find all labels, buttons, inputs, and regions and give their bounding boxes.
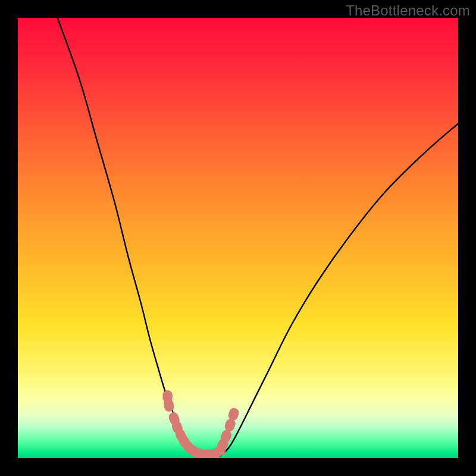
curve-layer (18, 18, 458, 458)
chart-frame: TheBottleneck.com (0, 0, 476, 476)
marker (164, 399, 174, 412)
watermark-text: TheBottleneck.com (346, 2, 470, 19)
left-curve (58, 18, 208, 456)
plot-area (18, 18, 458, 458)
marker (227, 407, 240, 421)
right-curve (220, 124, 458, 456)
